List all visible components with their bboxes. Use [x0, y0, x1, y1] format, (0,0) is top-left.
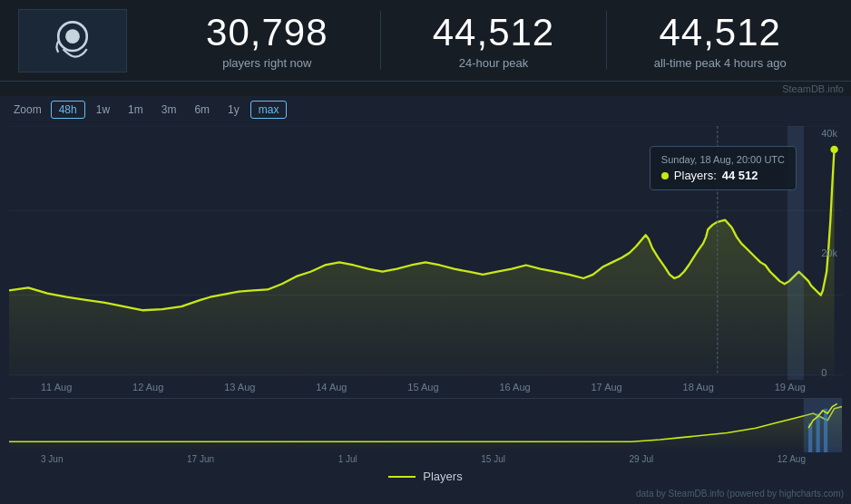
svg-rect-10	[817, 413, 820, 452]
x-label-15aug: 15 Aug	[407, 382, 438, 393]
x-mini-1jul: 1 Jul	[338, 454, 357, 464]
tooltip-label: Players:	[674, 169, 717, 182]
alltime-peak-value: 44,512	[659, 11, 780, 54]
stat-current-players: 30,798 players right now	[154, 11, 381, 70]
stat-alltime-peak: 44,512 all-time peak 4 hours ago	[607, 11, 833, 70]
tooltip-date: Sunday, 18 Aug, 20:00 UTC	[661, 154, 785, 165]
24h-peak-label: 24-hour peak	[459, 56, 529, 70]
zoom-6m[interactable]: 6m	[187, 102, 217, 118]
tooltip-value: Players: 44 512	[661, 169, 785, 182]
x-mini-12aug: 12 Aug	[778, 454, 806, 464]
x-axis-mini: 3 Jun 17 Jun 1 Jul 15 Jul 29 Jul 12 Aug	[0, 452, 851, 464]
mini-chart-svg	[9, 399, 842, 452]
x-label-17aug: 17 Aug	[591, 382, 621, 393]
zoom-controls: Zoom 48h 1w 1m 3m 6m 1y max	[0, 96, 851, 126]
x-label-16aug: 16 Aug	[499, 382, 530, 393]
x-mini-3jun: 3 Jun	[41, 454, 63, 464]
x-mini-15jul: 15 Jul	[481, 454, 505, 464]
chart-legend: Players	[0, 464, 851, 489]
data-attribution: data by SteamDB.info (powered by highcha…	[0, 489, 851, 502]
zoom-1w[interactable]: 1w	[89, 102, 117, 118]
stat-24h-peak: 44,512 24-hour peak	[381, 11, 608, 70]
svg-rect-11	[824, 409, 827, 452]
alltime-peak-label: all-time peak 4 hours ago	[654, 56, 787, 70]
chart-tooltip: Sunday, 18 Aug, 20:00 UTC Players: 44 51…	[650, 146, 797, 190]
zoom-48h[interactable]: 48h	[51, 101, 85, 119]
x-mini-17jun: 17 Jun	[187, 454, 214, 464]
x-label-13aug: 13 Aug	[224, 382, 255, 393]
x-label-14aug: 14 Aug	[316, 382, 347, 393]
x-label-18aug: 18 Aug	[683, 382, 714, 393]
y-label-20k: 20k	[821, 247, 837, 258]
legend-line	[388, 476, 416, 478]
y-label-0: 0	[821, 367, 837, 378]
watermark: SteamDB.info	[0, 82, 851, 96]
svg-point-1	[65, 29, 80, 44]
24h-peak-value: 44,512	[433, 11, 554, 54]
zoom-label: Zoom	[14, 103, 42, 116]
legend-label: Players	[423, 470, 462, 483]
zoom-1m[interactable]: 1m	[121, 102, 151, 118]
main-chart: Sunday, 18 Aug, 20:00 UTC Players: 44 51…	[9, 126, 842, 380]
tooltip-number: 44 512	[722, 169, 758, 182]
mini-chart	[9, 398, 842, 452]
y-label-40k: 40k	[821, 128, 837, 139]
zoom-3m[interactable]: 3m	[154, 102, 184, 118]
y-axis: 40k 20k 0	[821, 126, 837, 380]
x-mini-29jul: 29 Jul	[630, 454, 654, 464]
x-label-11aug: 11 Aug	[41, 382, 72, 393]
zoom-max[interactable]: max	[250, 101, 288, 119]
header: 30,798 players right now 44,512 24-hour …	[0, 0, 851, 82]
x-label-12aug: 12 Aug	[132, 382, 163, 393]
x-label-19aug: 19 Aug	[775, 382, 806, 393]
tooltip-dot	[661, 172, 669, 179]
x-axis-main: 11 Aug 12 Aug 13 Aug 14 Aug 15 Aug 16 Au…	[0, 380, 851, 394]
current-players-label: players right now	[222, 56, 311, 70]
steam-logo	[18, 9, 127, 73]
current-players-value: 30,798	[206, 11, 328, 54]
zoom-1y[interactable]: 1y	[220, 102, 247, 118]
